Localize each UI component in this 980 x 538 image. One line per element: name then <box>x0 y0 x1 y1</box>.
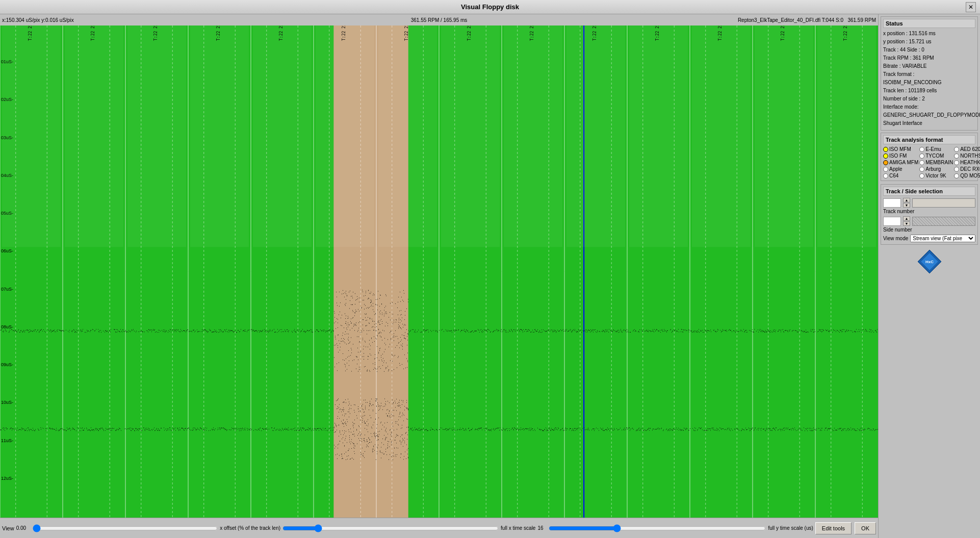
radio-tycom <box>919 153 924 159</box>
radio-membrain <box>919 160 924 165</box>
y-position: y position : 15.721 us <box>883 38 975 45</box>
waveform-canvas[interactable] <box>0 25 878 518</box>
bottom-right-controls: Edit tools OK <box>815 522 876 534</box>
view-mode-row: View mode Stream view (Fat pixe <box>883 235 975 242</box>
format-btn-c64[interactable]: C64 <box>883 173 918 178</box>
bottom-controls: View 0.00 x offset (% of the track len) … <box>0 518 878 538</box>
interface-mode-value: GENERIC_SHUGART_DD_FLOPPYMODE <box>883 112 975 119</box>
status-title: Status <box>883 19 975 28</box>
side-number-row: 0 ▲ ▼ <box>883 216 975 226</box>
track-analysis-title: Track analysis format <box>883 135 975 144</box>
interface-mode-label: Interface mode: <box>883 104 975 111</box>
format-btn-heathkit[interactable]: HEATHKIT <box>954 160 980 165</box>
radio-iso_fm <box>883 153 888 159</box>
side-number-label: Side number <box>883 227 975 233</box>
format-label-apple: Apple <box>889 166 902 172</box>
track-up-button[interactable]: ▲ <box>903 198 910 202</box>
track-spin-display <box>912 198 975 208</box>
format-btn-tycom[interactable]: TYCOM <box>919 153 953 159</box>
track-side: Track : 44 Side : 0 <box>883 46 975 54</box>
status-section: Status x position : 131.516 ms y positio… <box>881 16 978 131</box>
view-mode-label: View mode <box>883 236 908 241</box>
track-arrows: ▲ ▼ <box>903 198 910 208</box>
format-label-tycom: TYCOM <box>925 153 944 159</box>
svg-text:HxC: HxC <box>925 260 933 264</box>
track-number-label: Track number <box>883 209 975 214</box>
x-offset-slider[interactable] <box>33 525 218 532</box>
ok-button[interactable]: OK <box>855 522 876 534</box>
radio-victor_9k <box>919 173 924 178</box>
format-btn-arburg[interactable]: Arburg <box>919 166 953 172</box>
title-bar: Visual Floppy disk ✕ <box>0 0 980 14</box>
track-down-button[interactable]: ▼ <box>903 203 910 208</box>
radio-northstar <box>954 153 959 159</box>
main-content: x:150.304 uS/pix y:0.016 uS/pix 361.55 R… <box>0 14 980 538</box>
track-len: Track len : 101189 cells <box>883 87 975 94</box>
radio-arburg <box>919 167 924 172</box>
track-analysis-section: Track analysis format ISO MFME-EmuAED 62… <box>881 133 978 181</box>
radio-c64 <box>883 173 888 178</box>
format-btn-victor_9k[interactable]: Victor 9K <box>919 173 953 178</box>
track-number-input[interactable]: 44 <box>883 198 901 208</box>
bitrate: Bitrate : VARIABLE <box>883 63 975 70</box>
format-label-iso_fm: ISO FM <box>889 153 907 159</box>
format-btn-iso_mfm[interactable]: ISO MFM <box>883 146 918 152</box>
format-label-dec_rx02: DEC RX02 <box>960 166 980 172</box>
radio-aed_6200p <box>954 147 959 152</box>
rpm-info: 361.55 RPM / 165.95 ms <box>411 17 468 23</box>
num-sides: Number of side : 2 <box>883 95 975 103</box>
x-scale-value: 16 <box>537 525 547 531</box>
edit-tools-button[interactable]: Edit tools <box>815 522 852 534</box>
format-grid: ISO MFME-EmuAED 6200PISO FMTYCOMNORTHSTA… <box>883 146 975 178</box>
logo-area: HxC <box>881 249 978 274</box>
side-up-button[interactable]: ▲ <box>903 216 910 221</box>
format-btn-dec_rx02[interactable]: DEC RX02 <box>954 166 980 172</box>
format-label-e_emu: E-Emu <box>925 146 941 152</box>
format-btn-northstar[interactable]: NORTHSTAR <box>954 153 980 159</box>
format-label-qd_mo5: QD MO5 <box>960 173 980 178</box>
x-scale-slider[interactable] <box>282 525 499 532</box>
x-offset-container: 0.00 x offset (% of the track len) <box>16 525 280 532</box>
logo-icon: HxC <box>917 249 942 274</box>
radio-heathkit <box>954 160 959 165</box>
visualizer-panel: x:150.304 uS/pix y:0.016 uS/pix 361.55 R… <box>0 14 878 538</box>
format-label-iso_mfm: ISO MFM <box>889 146 911 152</box>
radio-apple <box>883 167 888 172</box>
track-format-label: Track format : <box>883 71 975 78</box>
x-position: x position : 131.516 ms <box>883 30 975 37</box>
format-btn-apple[interactable]: Apple <box>883 166 918 172</box>
radio-qd_mo5 <box>954 173 959 178</box>
file-info: Repton3_ElkTape_Editor_40_DFI.dfi T:044 … <box>738 17 876 23</box>
format-label-victor_9k: Victor 9K <box>925 173 946 178</box>
format-btn-e_emu[interactable]: E-Emu <box>919 146 953 152</box>
format-btn-aed_6200p[interactable]: AED 6200P <box>954 146 980 152</box>
radio-e_emu <box>919 147 924 152</box>
close-button[interactable]: ✕ <box>966 2 976 12</box>
y-scale-slider[interactable] <box>549 525 766 532</box>
y-scale-container: full y time scale (us) <box>549 525 813 532</box>
side-down-button[interactable]: ▼ <box>903 221 910 226</box>
x-offset-label: x offset (% of the track len) <box>220 525 280 531</box>
view-mode-select[interactable]: Stream view (Fat pixe <box>910 235 975 242</box>
format-label-membrain: MEMBRAIN <box>925 160 953 165</box>
x-scale-container: full x time scale 16 <box>282 525 547 532</box>
radio-dec_rx02 <box>954 167 959 172</box>
track-format-value: ISOIBM_FM_ENCODING <box>883 79 975 86</box>
track-side-title: Track / Side selection <box>883 187 975 196</box>
x-scale-label: full x time scale <box>501 525 535 531</box>
side-number-input[interactable]: 0 <box>883 217 901 226</box>
format-btn-membrain[interactable]: MEMBRAIN <box>919 160 953 165</box>
side-spin-display <box>912 217 975 226</box>
right-panel: Status x position : 131.516 ms y positio… <box>878 14 980 538</box>
format-btn-iso_fm[interactable]: ISO FM <box>883 153 918 159</box>
waveform-area[interactable] <box>0 25 878 518</box>
format-btn-amiga_mfm[interactable]: AMIGA MFM <box>883 160 918 165</box>
format-btn-qd_mo5[interactable]: QD MO5 <box>954 173 980 178</box>
window-title: Visual Floppy disk <box>461 3 519 11</box>
y-scale-label: full y time scale (us) <box>768 525 813 531</box>
format-label-northstar: NORTHSTAR <box>960 153 980 159</box>
format-label-aed_6200p: AED 6200P <box>960 146 980 152</box>
interface-sub: Shugart Interface <box>883 120 975 127</box>
track-side-section: Track / Side selection 44 ▲ ▼ Track numb… <box>881 184 978 245</box>
main-window: Visual Floppy disk ✕ x:150.304 uS/pix y:… <box>0 0 980 538</box>
